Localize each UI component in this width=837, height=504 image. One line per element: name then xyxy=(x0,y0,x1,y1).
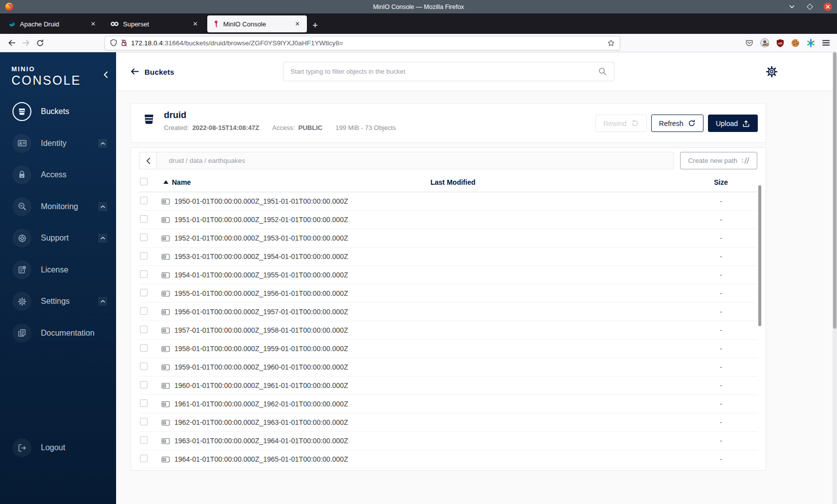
connection-not-secure-lock-icon[interactable] xyxy=(121,39,128,47)
reload-button[interactable] xyxy=(33,36,47,49)
table-row[interactable]: 1961-01-01T00:00:00.000Z_1962-01-01T00:0… xyxy=(140,395,757,413)
object-name[interactable]: 1951-01-01T00:00:00.000Z_1952-01-01T00:0… xyxy=(174,216,348,224)
sidebar-item-access[interactable]: Access xyxy=(0,164,116,186)
back-label[interactable]: Buckets xyxy=(144,67,174,76)
last-modified-column-header[interactable]: Last Modified xyxy=(430,178,685,186)
rewind-button[interactable]: Rewind xyxy=(595,115,647,132)
object-name[interactable]: 1961-01-01T00:00:00.000Z_1962-01-01T00:0… xyxy=(174,400,348,408)
table-scrollbar[interactable] xyxy=(758,185,761,464)
cookie-icon[interactable] xyxy=(791,39,800,47)
sidebar-item-license[interactable]: License xyxy=(0,259,116,281)
refresh-button[interactable]: Refresh xyxy=(651,115,703,132)
object-name[interactable]: 1960-01-01T00:00:00.000Z_1961-01-01T00:0… xyxy=(174,381,348,389)
row-checkbox[interactable] xyxy=(140,344,147,352)
window-close-button[interactable] xyxy=(823,2,832,11)
window-minimize-button[interactable] xyxy=(787,2,796,11)
row-checkbox[interactable] xyxy=(140,234,147,241)
row-checkbox[interactable] xyxy=(140,215,147,223)
bookmark-star-icon[interactable] xyxy=(607,39,615,47)
select-all-checkbox[interactable] xyxy=(140,178,147,185)
object-name[interactable]: 1964-01-01T00:00:00.000Z_1965-01-01T00:0… xyxy=(174,455,348,463)
chevron-up-icon[interactable] xyxy=(98,139,107,148)
name-column-header[interactable]: Name xyxy=(172,178,191,186)
table-row[interactable]: 1954-01-01T00:00:00.000Z_1955-01-01T00:0… xyxy=(140,266,757,284)
breadcrumb[interactable]: druid / data / earthquakes xyxy=(157,152,674,169)
breadcrumb-back-button[interactable] xyxy=(140,152,157,169)
row-checkbox[interactable] xyxy=(140,289,147,296)
sidebar-item-support[interactable]: Support xyxy=(0,227,116,249)
table-row[interactable]: 1952-01-01T00:00:00.000Z_1953-01-01T00:0… xyxy=(140,229,757,248)
table-row[interactable]: 1964-01-01T00:00:00.000Z_1965-01-01T00:0… xyxy=(140,450,757,469)
table-row[interactable]: 1962-01-01T00:00:00.000Z_1963-01-01T00:0… xyxy=(140,413,757,432)
tab-minio-console[interactable]: MinIO Console ✕ xyxy=(207,15,307,32)
object-name[interactable]: 1955-01-01T00:00:00.000Z_1956-01-01T00:0… xyxy=(174,289,348,297)
object-filter-search[interactable] xyxy=(283,62,614,81)
sidebar-item-logout[interactable]: Logout xyxy=(0,437,116,459)
row-checkbox[interactable] xyxy=(140,197,147,204)
object-name[interactable]: 1958-01-01T00:00:00.000Z_1959-01-01T00:0… xyxy=(174,345,348,353)
forward-button[interactable] xyxy=(19,36,33,49)
back-to-buckets[interactable]: Buckets xyxy=(131,67,174,76)
pocket-icon[interactable] xyxy=(745,39,753,47)
table-row[interactable]: 1953-01-01T00:00:00.000Z_1954-01-01T00:0… xyxy=(140,248,757,266)
row-checkbox[interactable] xyxy=(140,381,147,388)
sidebar-item-documentation[interactable]: Documentation xyxy=(0,322,116,344)
object-name[interactable]: 1962-01-01T00:00:00.000Z_1963-01-01T00:0… xyxy=(174,418,348,426)
page-scrollbar-thumb[interactable] xyxy=(833,52,837,329)
sidebar-item-buckets[interactable]: Buckets xyxy=(0,101,116,123)
row-checkbox[interactable] xyxy=(140,270,147,278)
chevron-up-icon[interactable] xyxy=(98,234,107,243)
create-new-path-button[interactable]: Create new path xyxy=(680,152,757,169)
row-checkbox[interactable] xyxy=(140,307,147,315)
table-row[interactable]: 1950-01-01T00:00:00.000Z_1951-01-01T00:0… xyxy=(140,192,757,211)
url-bar[interactable]: 172.18.0.4:31664/buckets/druid/browse/ZG… xyxy=(105,36,620,50)
tracking-protection-shield-icon[interactable] xyxy=(110,39,117,47)
row-checkbox[interactable] xyxy=(140,399,147,407)
back-button[interactable] xyxy=(5,36,19,49)
table-row[interactable]: 1956-01-01T00:00:00.000Z_1957-01-01T00:0… xyxy=(140,303,757,321)
window-maximize-button[interactable] xyxy=(805,2,814,11)
object-name[interactable]: 1953-01-01T00:00:00.000Z_1954-01-01T00:0… xyxy=(174,252,348,260)
object-name[interactable]: 1952-01-01T00:00:00.000Z_1953-01-01T00:0… xyxy=(174,234,348,242)
page-scrollbar[interactable] xyxy=(833,52,837,504)
tab-superset[interactable]: Superset ✕ xyxy=(105,15,205,32)
browser-settings-gear-icon[interactable] xyxy=(765,65,778,78)
search-input[interactable] xyxy=(290,68,598,75)
hamburger-menu-icon[interactable] xyxy=(822,39,830,46)
object-name[interactable]: 1963-01-01T00:00:00.000Z_1964-01-01T00:0… xyxy=(174,437,348,445)
row-checkbox[interactable] xyxy=(140,418,147,425)
object-name[interactable]: 1956-01-01T00:00:00.000Z_1957-01-01T00:0… xyxy=(174,308,348,316)
object-name[interactable]: 1954-01-01T00:00:00.000Z_1955-01-01T00:0… xyxy=(174,271,348,279)
object-name[interactable]: 1957-01-01T00:00:00.000Z_1958-01-01T00:0… xyxy=(174,326,348,334)
tab-close-icon[interactable]: ✕ xyxy=(191,19,200,28)
extension-sparkle-icon[interactable] xyxy=(807,39,815,47)
upload-button[interactable]: Upload xyxy=(708,115,758,132)
object-name[interactable]: 1959-01-01T00:00:00.000Z_1960-01-01T00:0… xyxy=(174,363,348,371)
breadcrumb-path[interactable]: druid / data / earthquakes xyxy=(169,157,245,164)
row-checkbox[interactable] xyxy=(140,363,147,370)
table-row[interactable]: 1959-01-01T00:00:00.000Z_1960-01-01T00:0… xyxy=(140,358,757,377)
new-tab-button[interactable]: + xyxy=(312,20,318,30)
row-checkbox[interactable] xyxy=(140,252,147,259)
table-row[interactable]: 1963-01-01T00:00:00.000Z_1964-01-01T00:0… xyxy=(140,432,757,450)
sidebar-item-monitoring[interactable]: Monitoring xyxy=(0,196,116,218)
table-row[interactable]: 1955-01-01T00:00:00.000Z_1956-01-01T00:0… xyxy=(140,284,757,303)
row-checkbox[interactable] xyxy=(140,436,147,444)
size-column-header[interactable]: Size xyxy=(685,178,757,186)
row-checkbox[interactable] xyxy=(140,326,147,333)
ublock-origin-icon[interactable]: uO xyxy=(776,39,784,47)
sidebar-collapse-icon[interactable] xyxy=(103,71,108,78)
account-avatar-icon[interactable] xyxy=(760,38,769,47)
chevron-up-icon[interactable] xyxy=(98,202,107,211)
table-scrollbar-thumb[interactable] xyxy=(758,185,761,326)
tab-close-icon[interactable]: ✕ xyxy=(293,19,302,28)
sidebar-item-settings[interactable]: Settings xyxy=(0,290,116,312)
table-row[interactable]: 1957-01-01T00:00:00.000Z_1958-01-01T00:0… xyxy=(140,321,757,340)
table-row[interactable]: 1951-01-01T00:00:00.000Z_1952-01-01T00:0… xyxy=(140,211,757,229)
object-name[interactable]: 1950-01-01T00:00:00.000Z_1951-01-01T00:0… xyxy=(174,197,348,205)
sort-ascending-icon[interactable] xyxy=(163,180,168,184)
sidebar-item-identity[interactable]: Identity xyxy=(0,132,116,154)
chevron-up-icon[interactable] xyxy=(98,297,107,306)
tab-close-icon[interactable]: ✕ xyxy=(89,19,98,28)
tab-apache-druid[interactable]: Apache Druid ✕ xyxy=(3,15,103,32)
